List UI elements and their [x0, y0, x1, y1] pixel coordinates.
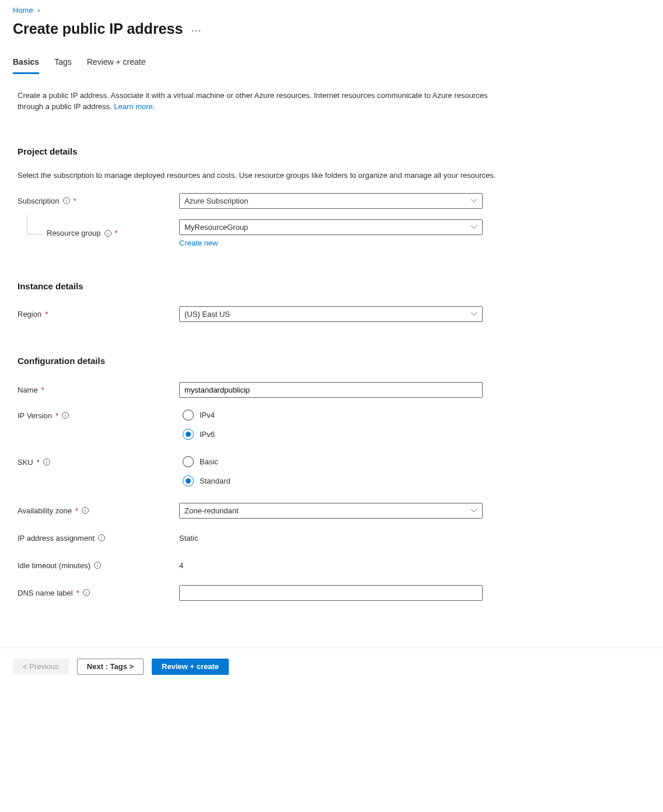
ip-assignment-label: IP address assignment i	[18, 534, 179, 542]
availability-zone-label: Availability zone * i	[18, 506, 179, 515]
required-indicator: *	[41, 386, 44, 394]
info-icon[interactable]: i	[63, 197, 70, 204]
project-details-heading: Project details	[18, 146, 650, 156]
ip-version-label: IP Version * i	[18, 410, 179, 420]
region-select[interactable]: (US) East US	[179, 306, 483, 322]
project-details-desc: Select the subscription to manage deploy…	[18, 170, 496, 181]
resource-group-label: Resource group i *	[18, 229, 179, 237]
idle-timeout-value: 4	[179, 561, 183, 570]
instance-details-heading: Instance details	[18, 281, 650, 291]
info-icon[interactable]: i	[104, 230, 111, 237]
sku-label: SKU * i	[18, 456, 179, 467]
radio-ipv6[interactable]: IPv6	[183, 429, 483, 440]
ip-assignment-value: Static	[179, 534, 198, 542]
learn-more-link[interactable]: Learn more.	[114, 102, 155, 111]
tab-tags[interactable]: Tags	[54, 52, 72, 74]
required-indicator: *	[74, 197, 76, 205]
chevron-down-icon	[470, 507, 477, 514]
chevron-down-icon	[470, 197, 477, 204]
chevron-down-icon	[470, 223, 477, 230]
breadcrumb-home[interactable]: Home	[13, 6, 33, 15]
intro-body: Create a public IP address. Associate it…	[18, 91, 487, 111]
info-icon[interactable]: i	[94, 562, 101, 569]
name-input[interactable]	[179, 382, 483, 398]
dns-name-input[interactable]	[179, 585, 483, 601]
footer-bar: < Previous Next : Tags > Review + create	[0, 648, 663, 685]
subscription-label: Subscription i *	[18, 197, 179, 205]
region-label: Region *	[18, 310, 179, 318]
tabs: Basics Tags Review + create	[13, 52, 650, 74]
resource-group-select[interactable]: MyResourceGroup	[179, 219, 483, 235]
required-indicator: *	[55, 411, 58, 420]
tab-basics[interactable]: Basics	[13, 52, 39, 74]
required-indicator: *	[115, 229, 118, 237]
previous-button: < Previous	[13, 659, 69, 675]
review-create-button[interactable]: Review + create	[152, 659, 229, 675]
required-indicator: *	[37, 458, 40, 467]
more-actions-button[interactable]: ⋯	[191, 23, 201, 36]
radio-standard[interactable]: Standard	[183, 475, 483, 487]
idle-timeout-label: Idle timeout (minutes) i	[18, 561, 179, 570]
info-icon[interactable]: i	[43, 459, 50, 466]
radio-icon	[183, 475, 194, 487]
radio-icon	[183, 429, 194, 440]
info-icon[interactable]: i	[83, 589, 90, 596]
next-button[interactable]: Next : Tags >	[77, 659, 144, 675]
breadcrumb: Home ›	[13, 0, 650, 18]
create-new-link[interactable]: Create new	[179, 239, 218, 247]
required-indicator: *	[45, 310, 48, 318]
dns-name-label: DNS name label * i	[18, 589, 179, 597]
radio-basic[interactable]: Basic	[183, 456, 483, 467]
intro-text: Create a public IP address. Associate it…	[13, 90, 491, 113]
info-icon[interactable]: i	[82, 507, 89, 514]
name-label: Name *	[18, 386, 179, 394]
subscription-select[interactable]: Azure Subscription	[179, 193, 483, 209]
radio-icon	[183, 456, 194, 467]
info-icon[interactable]: i	[98, 534, 105, 541]
tab-review-create[interactable]: Review + create	[87, 52, 146, 74]
radio-icon	[183, 410, 194, 421]
chevron-right-icon: ›	[37, 6, 40, 15]
tree-connector	[27, 215, 42, 235]
configuration-details-heading: Configuration details	[18, 356, 650, 366]
required-indicator: *	[75, 506, 78, 515]
info-icon[interactable]: i	[62, 412, 69, 419]
required-indicator: *	[76, 589, 79, 597]
chevron-down-icon	[470, 310, 477, 317]
radio-ipv4[interactable]: IPv4	[183, 410, 483, 421]
availability-zone-select[interactable]: Zone-redundant	[179, 503, 483, 519]
page-title: Create public IP address	[13, 20, 183, 37]
